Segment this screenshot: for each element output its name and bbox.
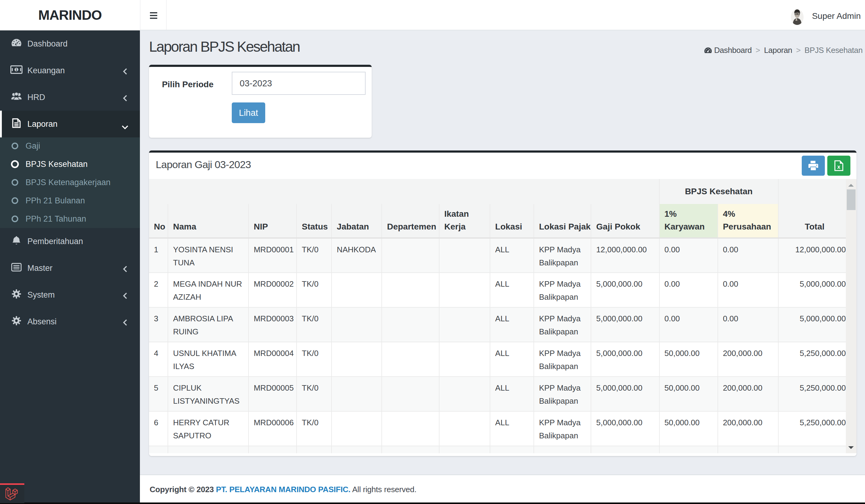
svg-text:x: x — [837, 164, 840, 170]
svg-text:1: 1 — [15, 68, 18, 72]
